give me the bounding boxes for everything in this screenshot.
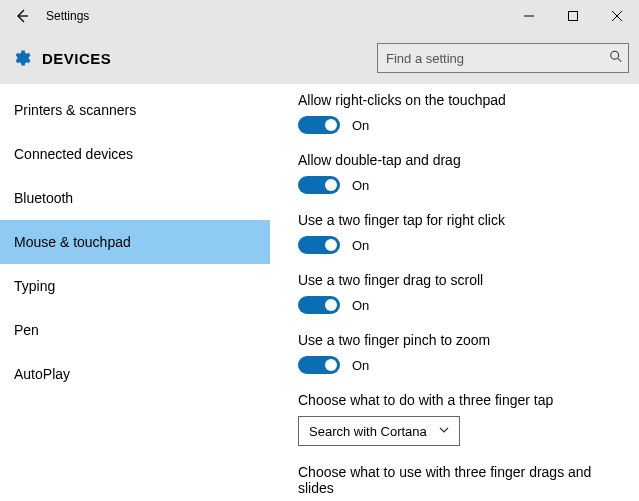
close-button[interactable] [595, 0, 639, 32]
content-area: Printers & scanners Connected devices Bl… [0, 84, 639, 501]
select-value: Search with Cortana [309, 424, 427, 439]
maximize-button[interactable] [551, 0, 595, 32]
toggle-state-text: On [352, 238, 369, 253]
setting-two-finger-tap: Use a two finger tap for right click On [298, 212, 619, 254]
gear-icon [10, 47, 32, 69]
setting-label: Allow double-tap and drag [298, 152, 619, 168]
sidebar-item-connected-devices[interactable]: Connected devices [0, 132, 270, 176]
toggle-two-finger-tap[interactable] [298, 236, 340, 254]
toggle-allow-right-clicks[interactable] [298, 116, 340, 134]
titlebar: Settings [0, 0, 639, 32]
sidebar-item-label: Typing [14, 278, 55, 294]
sidebar-item-label: Printers & scanners [14, 102, 136, 118]
sidebar: Printers & scanners Connected devices Bl… [0, 84, 270, 501]
setting-two-finger-zoom: Use a two finger pinch to zoom On [298, 332, 619, 374]
select-three-finger-tap[interactable]: Search with Cortana [298, 416, 460, 446]
search-input[interactable] [377, 43, 629, 73]
search-box[interactable] [377, 43, 629, 73]
toggle-state-text: On [352, 178, 369, 193]
toggle-two-finger-scroll[interactable] [298, 296, 340, 314]
settings-panel: Allow right-clicks on the touchpad On Al… [270, 84, 639, 501]
sidebar-item-label: Mouse & touchpad [14, 234, 131, 250]
minimize-button[interactable] [507, 0, 551, 32]
search-icon [609, 50, 623, 67]
setting-label: Choose what to use with three finger dra… [298, 464, 619, 496]
svg-rect-2 [569, 12, 578, 21]
app-title: Settings [46, 9, 89, 23]
setting-two-finger-scroll: Use a two finger drag to scroll On [298, 272, 619, 314]
window-controls [507, 0, 639, 32]
setting-label: Use a two finger tap for right click [298, 212, 619, 228]
sidebar-item-label: Pen [14, 322, 39, 338]
setting-allow-right-clicks: Allow right-clicks on the touchpad On [298, 92, 619, 134]
back-button[interactable] [8, 2, 36, 30]
sidebar-item-typing[interactable]: Typing [0, 264, 270, 308]
sidebar-item-label: AutoPlay [14, 366, 70, 382]
setting-label: Use a two finger drag to scroll [298, 272, 619, 288]
toggle-two-finger-zoom[interactable] [298, 356, 340, 374]
sidebar-item-mouse-touchpad[interactable]: Mouse & touchpad [0, 220, 270, 264]
setting-label: Choose what to do with a three finger ta… [298, 392, 619, 408]
sidebar-item-label: Connected devices [14, 146, 133, 162]
svg-point-5 [611, 51, 619, 59]
setting-double-tap-drag: Allow double-tap and drag On [298, 152, 619, 194]
toggle-state-text: On [352, 118, 369, 133]
sidebar-item-pen[interactable]: Pen [0, 308, 270, 352]
page-title: DEVICES [42, 50, 111, 67]
sidebar-item-printers-scanners[interactable]: Printers & scanners [0, 88, 270, 132]
toggle-state-text: On [352, 358, 369, 373]
setting-label: Use a two finger pinch to zoom [298, 332, 619, 348]
setting-three-finger-drag: Choose what to use with three finger dra… [298, 464, 619, 501]
setting-label: Allow right-clicks on the touchpad [298, 92, 619, 108]
sidebar-item-label: Bluetooth [14, 190, 73, 206]
chevron-down-icon [439, 425, 449, 437]
svg-line-6 [618, 58, 622, 62]
setting-three-finger-tap: Choose what to do with a three finger ta… [298, 392, 619, 446]
toggle-double-tap-drag[interactable] [298, 176, 340, 194]
sidebar-item-bluetooth[interactable]: Bluetooth [0, 176, 270, 220]
header-bar: DEVICES [0, 32, 639, 84]
toggle-state-text: On [352, 298, 369, 313]
sidebar-item-autoplay[interactable]: AutoPlay [0, 352, 270, 396]
